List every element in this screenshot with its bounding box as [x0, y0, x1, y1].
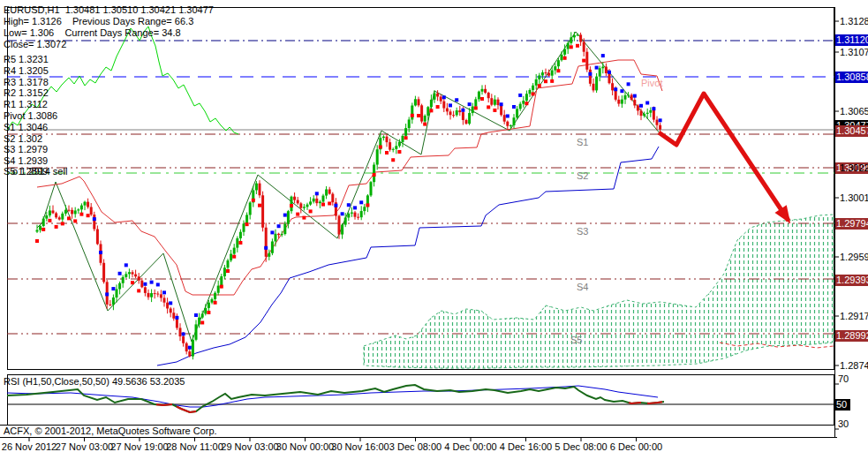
- time-tick-29-nov-03-00: 29 Nov 03:00: [221, 441, 278, 452]
- time-tick-30-nov-00-00: 30 Nov 00:00: [276, 441, 334, 452]
- pivot-line-tag: Pivot: [641, 78, 662, 88]
- zone-label-s2: S2: [577, 170, 588, 181]
- zone-label-s4: S4: [577, 282, 588, 292]
- price-tick-1.28745: 1.28745: [840, 360, 868, 371]
- price-tick-1.30015: 1.30015: [840, 192, 868, 203]
- pivot-level-r2: R2 1.3152: [4, 87, 49, 98]
- zone-label-s3: S3: [577, 226, 588, 237]
- zone-label-s5: S5: [570, 335, 582, 345]
- zone-label-s1: S1: [577, 137, 588, 147]
- time-tick-30-nov-16-00: 30 Nov 16:00: [331, 441, 389, 452]
- pivot-level-r3: R3 1.3178: [4, 77, 49, 87]
- price-marker-1.30457: 1.30457: [835, 125, 868, 137]
- rsi-indicator-readout: RSI (H1,50,Close,50,50) 49.5636 53.2035: [4, 376, 185, 387]
- price-marker-1.31120: 1.31120: [835, 34, 868, 46]
- pivot-level-pivot: Pivot 1.3086: [4, 110, 57, 121]
- pivot-level-s3: S3 1.2979: [4, 144, 48, 154]
- time-tick-4-dec-16-00: 4 Dec 16:00: [500, 441, 552, 452]
- sell-order-label: o 1.2914 sell: [12, 166, 67, 177]
- price-marker-1.28992: 1.28992: [835, 330, 868, 342]
- time-tick-27-nov-19-00: 27 Nov 19:00: [110, 441, 168, 452]
- time-tick-5-dec-08-00: 5 Dec 08:00: [555, 441, 607, 452]
- time-tick-28-nov-11-00: 28 Nov 11:00: [166, 441, 223, 452]
- pivot-level-s1: S1 1.3046: [4, 122, 48, 132]
- price-tick-1.30650: 1.30650: [840, 106, 868, 117]
- price-tick-1.29590: 1.29590: [840, 252, 868, 262]
- pivot-level-s2: S2 1.302: [4, 133, 42, 144]
- price-marker-1.29393: 1.29393: [835, 275, 868, 286]
- time-tick-3-dec-08-00: 3 Dec 08:00: [389, 441, 442, 452]
- price-tick-1.31285: 1.31285: [840, 16, 868, 26]
- time-tick-27-nov-03-00: 27 Nov 03:00: [56, 441, 113, 452]
- time-tick-4-dec-00-00: 4 Dec 00:00: [444, 441, 496, 452]
- rsi-oversold-segment: [156, 404, 172, 405]
- copyright-status-text: ACFX, © 2001-2012, MetaQuotes Software C…: [4, 426, 217, 436]
- price-marker-1.29794: 1.29794: [835, 218, 868, 230]
- price-tick-1.29170: 1.29170: [840, 311, 868, 321]
- time-tick-6-dec-00-00: 6 Dec 00:00: [610, 441, 662, 452]
- day-low-readout: Low= 1.306 Current Days Range= 34.8: [4, 27, 181, 38]
- rsi-oversold-segment: [629, 403, 641, 403]
- pivot-level-r4: R4 1.3205: [4, 65, 49, 76]
- pivot-level-r1: R1 1.3112: [4, 99, 48, 109]
- time-tick-26-nov-2012: 26 Nov 2012: [2, 441, 57, 452]
- price-tick-1.31070: 1.31070: [840, 47, 868, 57]
- terminal-chart-window: EURUSD,H1 1.30481 1.30510 1.30421 1.3047…: [0, 0, 868, 452]
- day-high-readout: High= 1.3126 Previous Days Range= 66.3: [4, 16, 193, 26]
- pivot-level-s4: S4 1.2939: [4, 155, 48, 166]
- price-marker-1.30858: 1.30858: [835, 72, 868, 83]
- symbol-ohlc-readout: EURUSD,H1 1.30481 1.30510 1.30421 1.3047…: [4, 4, 214, 15]
- rsi-tick-70: 70: [838, 373, 849, 384]
- prev-close-readout: Close= 1.3072: [4, 39, 66, 49]
- rsi-marker-50: 50: [835, 399, 850, 411]
- pivot-level-r5: R5 1.3231: [4, 54, 49, 64]
- price-tick-1.30225: 1.30225: [840, 162, 868, 173]
- rsi-tick-30: 30: [838, 418, 849, 429]
